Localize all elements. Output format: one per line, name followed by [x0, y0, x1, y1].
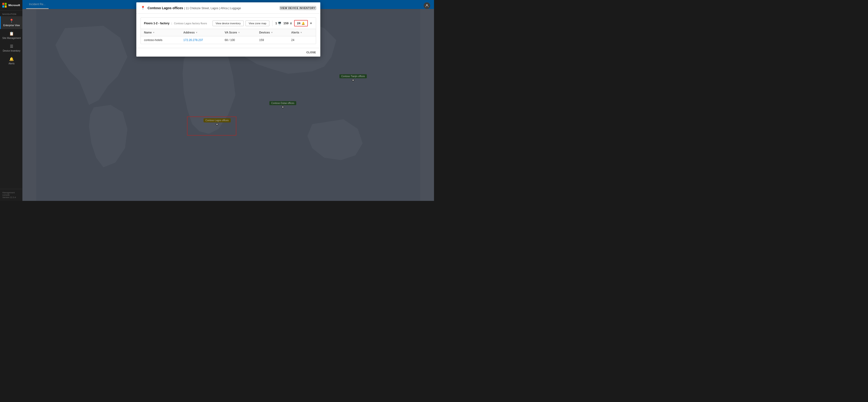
sort-icon-name: ▼ — [153, 31, 155, 34]
sort-icon-address: ▼ — [195, 31, 198, 34]
floors-header: Floors 1-2 - factory | Contoso Lagos fac… — [141, 18, 316, 29]
floors-stat-devices: 159 🖥 — [283, 22, 292, 25]
location-pin-icon: 📍 — [141, 6, 145, 10]
modal-body: Floors 1-2 - factory | Contoso Lagos fac… — [136, 14, 320, 48]
modal-title-group: Contoso Lagos offices | 11 Chidozie Stre… — [148, 6, 241, 10]
sidebar-item-site-management[interactable]: 📋 Site Management — [0, 29, 22, 42]
floors-panel: Floors 1-2 - factory | Contoso Lagos fac… — [141, 18, 316, 44]
col-name: Name ▼ — [141, 29, 180, 36]
view-device-inventory-button[interactable]: VIEW DEVICE INVENTORY — [280, 6, 316, 10]
sort-icon-va: ▼ — [238, 31, 240, 34]
sidebar-item-enterprise-view[interactable]: 📍 Enterprise View — [0, 16, 22, 29]
modal-overlay: 📍 Contoso Lagos offices | 11 Chidozie St… — [22, 0, 434, 201]
devices-count: 159 — [283, 22, 288, 25]
sidebar-item-device-inventory[interactable]: ☰ Device Inventory — [0, 42, 22, 55]
sidebar-item-label: Site Management — [2, 37, 21, 39]
table-row: contoso-hotels 172.20.278.237 68 / 100 1… — [141, 36, 316, 44]
table-header: Name ▼ Address ▼ — [141, 29, 316, 36]
floors-stat-floors: 1 🖥️ — [275, 22, 281, 25]
alerts-count: 24 — [297, 22, 300, 25]
close-button[interactable]: CLOSE — [306, 51, 316, 54]
sidebar-item-label: Enterprise View — [3, 24, 20, 27]
view-zone-map-btn[interactable]: View zone map — [246, 21, 269, 26]
floors-title: Floors 1-2 - factory — [144, 22, 169, 25]
modal-location-name: Contoso Lagos offices — [148, 6, 183, 10]
microsoft-logo — [2, 3, 7, 7]
modal-header-left: 📍 Contoso Lagos offices | 11 Chidozie St… — [141, 6, 241, 10]
sidebar-item-label: Alerts — [8, 62, 14, 65]
sidebar-bottom: Management console Version 22.3.4 — [0, 189, 22, 201]
col-devices: Devices ▼ — [256, 29, 288, 36]
floors-table: Name ▼ Address ▼ — [141, 29, 316, 44]
nav-label: NAVIGATION — [0, 11, 22, 16]
row-devices: 159 — [256, 36, 288, 44]
table-body: contoso-hotels 172.20.278.237 68 / 100 1… — [141, 36, 316, 44]
modal-footer: CLOSE — [136, 48, 320, 57]
row-va-score: 68 / 100 — [221, 36, 256, 44]
sort-icon-alerts: ▼ — [300, 31, 302, 34]
sidebar-item-alerts[interactable]: 🔔 Alerts — [0, 55, 22, 67]
sidebar-logo: Microsoft — [0, 0, 22, 11]
floors-actions: View device inventory View zone map 1 🖥️… — [213, 20, 312, 26]
floors-expand-icon[interactable]: ▼ — [310, 22, 312, 25]
site-management-icon: 📋 — [9, 31, 14, 36]
alerts-icon: 🔔 — [9, 57, 14, 61]
main-area: Incident Re... Contoso Tianjin offices — [22, 0, 434, 201]
row-name: contoso-hotels — [141, 36, 180, 44]
floors-count: 1 — [275, 22, 277, 25]
sidebar: Microsoft NAVIGATION 📍 Enterprise View 📋… — [0, 0, 22, 201]
version-label: Version 22.3.4 — [2, 196, 20, 199]
col-address: Address ▼ — [180, 29, 221, 36]
row-alerts: 24 — [288, 36, 316, 44]
modal-location-details: | 11 Chidozie Street, Lagos | Africa | L… — [184, 7, 241, 10]
enterprise-view-icon: 📍 — [9, 19, 14, 23]
row-address-link[interactable]: 172.20.278.237 — [183, 38, 203, 42]
device-inventory-icon: ☰ — [10, 44, 13, 48]
floors-stat-alerts: 24 🔔 — [294, 20, 308, 26]
floors-subtitle: Contoso Lagos factory floors — [174, 22, 207, 25]
floors-icon: 🖥️ — [278, 22, 281, 25]
col-va-score: VA Score ▼ — [221, 29, 256, 36]
app-name: Microsoft — [8, 4, 20, 7]
management-console-label: Management console — [2, 192, 20, 196]
sidebar-item-label: Device Inventory — [3, 49, 20, 52]
devices-icon: 🖥 — [289, 22, 292, 25]
alerts-bell-icon: 🔔 — [302, 22, 305, 25]
row-address: 172.20.278.237 — [180, 36, 221, 44]
col-alerts: Alerts ▼ — [288, 29, 316, 36]
sort-icon-devices: ▼ — [271, 31, 273, 34]
modal-dialog: 📍 Contoso Lagos offices | 11 Chidozie St… — [136, 2, 320, 57]
modal-header: 📍 Contoso Lagos offices | 11 Chidozie St… — [136, 2, 320, 14]
view-device-inventory-btn[interactable]: View device inventory — [213, 21, 244, 26]
